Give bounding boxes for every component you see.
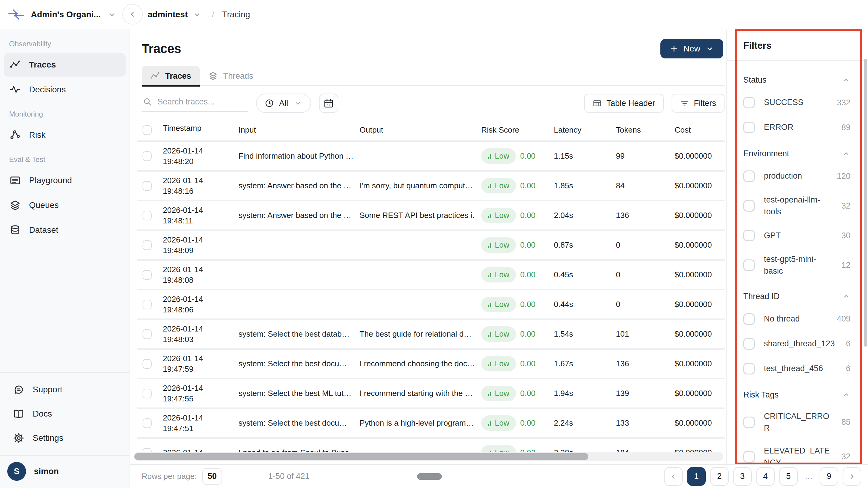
sidebar-item-docs[interactable]: Docs — [7, 402, 122, 426]
column-header-tokens[interactable]: Tokens — [610, 120, 669, 142]
org-switcher[interactable]: Admin's Organi... — [0, 6, 130, 23]
chevron-down-icon[interactable] — [192, 10, 202, 19]
project-selector[interactable]: admintest — [148, 10, 188, 19]
column-header-cost[interactable]: Cost — [669, 120, 724, 142]
page-button-5[interactable]: 5 — [779, 467, 798, 486]
cell-latency: 1.85s — [548, 172, 610, 201]
filter-option[interactable]: shared_thread_1236 — [743, 337, 868, 351]
page-button-1[interactable]: 1 — [687, 467, 706, 486]
filter-option-count: 89 — [841, 123, 850, 132]
filter-checkbox[interactable] — [743, 363, 755, 374]
sidebar-item-queues[interactable]: Queues — [4, 193, 126, 217]
row-checkbox[interactable] — [143, 359, 152, 369]
filter-checkbox[interactable] — [743, 200, 755, 212]
resize-handle[interactable] — [417, 473, 442, 480]
date-picker-button[interactable]: 12 — [319, 94, 338, 113]
filters-button[interactable]: Filters — [672, 94, 725, 113]
column-header-input[interactable]: Input — [232, 120, 353, 142]
filter-option[interactable]: ERROR89 — [743, 121, 868, 134]
search-input[interactable] — [157, 97, 247, 106]
filter-section-header[interactable]: Environment — [743, 149, 868, 158]
row-checkbox[interactable] — [143, 300, 152, 309]
page-button-2[interactable]: 2 — [710, 467, 729, 486]
cell-latency: 0.45s — [548, 261, 610, 290]
horizontal-scrollbar[interactable] — [134, 452, 723, 461]
table-row[interactable]: 2026-01-1419:48:20Find information about… — [137, 142, 724, 172]
table-row[interactable]: 2026-01-1419:48:08Low0.000.45s0$0.000000 — [137, 261, 724, 290]
row-checkbox[interactable] — [143, 418, 152, 428]
prev-page-button[interactable] — [664, 467, 683, 486]
user-menu[interactable]: S simon — [0, 455, 129, 488]
sidebar-item-decisions[interactable]: Decisions — [4, 78, 126, 101]
cell-latency: 2.04s — [548, 201, 610, 231]
table-row[interactable]: 2026-01-1419:47:59system: Select the bes… — [137, 349, 724, 379]
filter-checkbox[interactable] — [743, 417, 755, 428]
table-row[interactable]: 2026-01-1419:47:55system: Select the bes… — [137, 379, 724, 409]
filter-checkbox[interactable] — [743, 313, 755, 325]
filter-option[interactable]: SUCCESS332 — [743, 96, 868, 110]
next-page-button[interactable] — [843, 467, 861, 486]
filter-checkbox[interactable] — [743, 260, 755, 271]
tab-threads[interactable]: Threads — [200, 66, 262, 85]
row-checkbox[interactable] — [143, 151, 152, 161]
horizontal-scrollbar-thumb[interactable] — [134, 453, 588, 460]
filter-option[interactable]: No thread409 — [743, 312, 868, 326]
cell-risk-score: Low0.00 — [475, 409, 548, 439]
table-row[interactable]: 2026-01-1419:48:16system: Answer based o… — [137, 172, 724, 201]
rows-per-page-select[interactable]: 50 — [202, 468, 222, 485]
filter-option[interactable]: ELEVATED_LATENCY32 — [743, 445, 868, 464]
search-box[interactable] — [142, 95, 248, 112]
sidebar-item-settings[interactable]: Settings — [7, 426, 122, 450]
filter-option[interactable]: CRITICAL_ERROR85 — [743, 410, 868, 434]
filter-option[interactable]: test_thread_4566 — [743, 362, 868, 376]
sidebar-item-support[interactable]: Support — [7, 378, 122, 401]
sidebar-item-dataset[interactable]: Dataset — [4, 218, 126, 242]
filter-section-header[interactable]: Risk Tags — [743, 390, 868, 400]
sidebar-item-playground[interactable]: Playground — [4, 169, 126, 192]
row-checkbox[interactable] — [143, 240, 152, 250]
row-checkbox[interactable] — [143, 181, 152, 191]
row-checkbox[interactable] — [143, 211, 152, 220]
filter-checkbox[interactable] — [743, 122, 755, 133]
filter-checkbox[interactable] — [743, 171, 755, 182]
filter-checkbox[interactable] — [743, 451, 755, 463]
table-row[interactable]: 2026-01-1419:48:09Low0.000.87s0$0.000000 — [137, 231, 724, 261]
table-row[interactable]: 2026-01-1419:48:11system: Answer based o… — [137, 201, 724, 231]
filter-option[interactable]: test-openai-llm-tools32 — [743, 194, 868, 218]
page-button-3[interactable]: 3 — [733, 467, 752, 486]
filter-checkbox[interactable] — [743, 97, 755, 109]
filter-option-count: 6 — [846, 339, 850, 348]
row-checkbox[interactable] — [143, 270, 152, 280]
sidebar-item-risk[interactable]: Risk — [4, 123, 126, 147]
back-button[interactable] — [122, 4, 143, 25]
sidebar-item-traces[interactable]: Traces — [4, 53, 126, 77]
row-checkbox[interactable] — [143, 329, 152, 339]
playground-icon — [10, 175, 21, 186]
filter-option[interactable]: GPT30 — [743, 228, 868, 243]
column-header-output[interactable]: Output — [353, 120, 475, 142]
table-row[interactable]: 2026-01-1419:48:06Low0.000.44s0$0.000000 — [137, 290, 724, 320]
table-row[interactable]: 2026-01-1419:48:03system: Select the bes… — [137, 320, 724, 349]
table-header-button[interactable]: Table Header — [584, 94, 664, 113]
filter-option-label: production — [764, 170, 828, 182]
filter-option[interactable]: test-gpt5-mini-basic12 — [743, 253, 868, 277]
cell-output: Python is a high-level program… — [353, 409, 475, 439]
vertical-scrollbar-thumb[interactable] — [864, 59, 867, 347]
column-header-timestamp[interactable]: Timestamp — [157, 120, 232, 142]
row-checkbox[interactable] — [143, 389, 152, 398]
page-button-4[interactable]: 4 — [756, 467, 775, 486]
filter-section-header[interactable]: Status — [743, 75, 868, 85]
table-row[interactable]: 2026-01-1419:47:51system: Select the bes… — [137, 409, 724, 439]
tab-traces[interactable]: Traces — [142, 66, 200, 85]
page-button-9[interactable]: 9 — [819, 467, 838, 486]
select-all-checkbox[interactable] — [143, 125, 152, 135]
filter-checkbox[interactable] — [743, 338, 755, 349]
column-header-risk[interactable]: Risk Score — [475, 120, 548, 142]
column-label: Timestamp — [163, 123, 202, 133]
filter-option[interactable]: production120 — [743, 169, 868, 183]
new-button[interactable]: New — [660, 39, 723, 58]
time-range-filter[interactable]: All — [256, 94, 311, 113]
filter-checkbox[interactable] — [743, 230, 755, 241]
column-header-latency[interactable]: Latency — [548, 120, 610, 142]
filter-section-header[interactable]: Thread ID — [743, 292, 868, 301]
